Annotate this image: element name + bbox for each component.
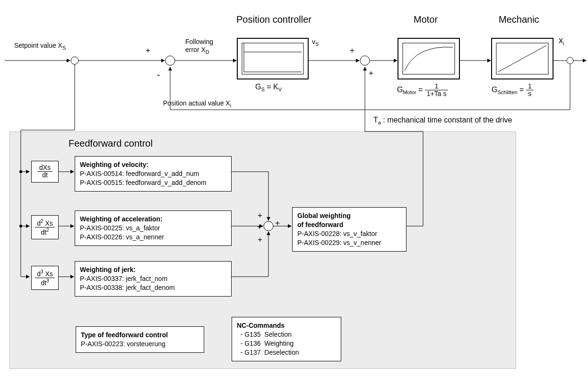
ff-plus-bot: + — [258, 235, 262, 245]
global-weighting-box: Global weighting of feedforward P-AXIS-0… — [292, 207, 406, 252]
g-motor-eq: GMotor = 11+Ta s — [397, 83, 448, 98]
svg-point-20 — [567, 57, 573, 64]
following-error-label: Following error XD — [185, 38, 213, 55]
svg-point-3 — [165, 56, 175, 65]
deriv-jerk: d3 Xs dt3 — [31, 266, 59, 290]
nc-commands-box: NC-Commands - G135 Selection - G136 Weig… — [232, 317, 341, 361]
gs-eq: GS = KV — [255, 83, 282, 92]
minus-sum1: - — [157, 70, 160, 80]
plus-sum2a: + — [350, 46, 355, 55]
deriv-acceleration: d2 Xs dt2 — [31, 215, 59, 239]
ta-note: Ta : mechanical time constant of the dri… — [373, 116, 512, 125]
vs-label: vS — [312, 38, 319, 47]
weight-jerk-box: Weighting of jerk: P-AXIS-00337: jerk_fa… — [75, 261, 232, 297]
ff-plus-left: + — [257, 222, 262, 232]
svg-point-1 — [71, 57, 78, 64]
svg-point-41 — [264, 221, 273, 231]
weight-velocity-box: Weighting of velocity: P-AXIS-00514: fee… — [75, 156, 232, 192]
setpoint-label: Setpoint value XS — [14, 42, 66, 51]
svg-point-11 — [360, 56, 370, 65]
type-feedforward-box: Type of feedforward control P-AXIS-00223… — [76, 326, 204, 353]
deriv-velocity: dXsdt — [31, 161, 59, 183]
plus-sum2b: + — [369, 69, 373, 78]
weight-acceleration-box: Weighting of acceleration: P-AXIS-00225:… — [75, 210, 232, 246]
title-mechanic: Mechanic — [499, 14, 539, 25]
title-motor: Motor — [414, 14, 438, 25]
svg-rect-14 — [403, 43, 455, 74]
xi-label: xi — [559, 35, 564, 46]
pos-actual-label: Position actual value Xi — [163, 99, 231, 108]
ff-title: Feedforward control — [69, 138, 153, 149]
plus-sum1: + — [146, 46, 150, 55]
g-schlitten-eq: GSchlitten = 1s — [492, 83, 534, 98]
svg-rect-6 — [242, 43, 303, 74]
title-position-controller: Position controller — [236, 14, 311, 25]
ff-plus-right: + — [275, 219, 280, 228]
ff-plus-top: + — [258, 211, 262, 220]
